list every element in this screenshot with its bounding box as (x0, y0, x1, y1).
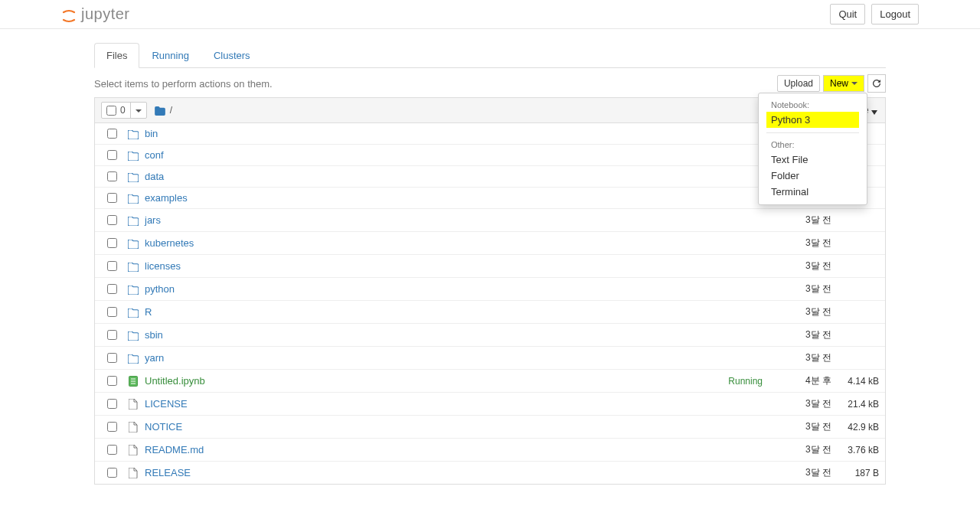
row-checkbox[interactable] (107, 215, 117, 225)
item-name-link[interactable]: NOTICE (145, 421, 769, 433)
folder-icon (128, 352, 139, 364)
tab-clusters[interactable]: Clusters (201, 43, 263, 68)
select-all-checkbox[interactable] (106, 106, 116, 116)
item-name-link[interactable]: examples (145, 192, 769, 204)
item-modified: 3달 전 (769, 305, 831, 318)
row-checkbox[interactable] (107, 376, 117, 386)
item-name-link[interactable]: README.md (145, 444, 769, 455)
refresh-button[interactable] (867, 74, 886, 93)
file-row: NOTICE3달 전42.9 kB (95, 415, 885, 438)
file-icon (128, 398, 139, 410)
item-size: 42.9 kB (831, 422, 879, 433)
item-name-link[interactable]: python (145, 283, 769, 295)
row-checkbox[interactable] (107, 353, 117, 363)
file-row: RELEASE3달 전187 B (95, 461, 885, 484)
item-name-link[interactable]: LICENSE (145, 398, 769, 410)
item-modified: 3달 전 (769, 282, 831, 295)
folder-icon (128, 329, 139, 341)
file-icon (128, 467, 139, 479)
folder-icon (128, 214, 139, 226)
tab-files[interactable]: Files (94, 43, 139, 68)
file-row: licenses3달 전 (95, 254, 885, 277)
file-row: python3달 전 (95, 277, 885, 300)
file-row: sbin3달 전 (95, 323, 885, 346)
refresh-icon (873, 79, 880, 88)
row-checkbox[interactable] (107, 422, 117, 432)
folder-icon (128, 192, 139, 204)
dropdown-item-folder[interactable]: Folder (759, 168, 867, 184)
file-row: yarn3달 전 (95, 346, 885, 369)
caret-down-icon (136, 109, 142, 113)
notebook-icon (128, 375, 139, 387)
row-checkbox[interactable] (107, 468, 117, 478)
item-name-link[interactable]: bin (145, 128, 769, 139)
jupyter-logo[interactable]: jupyter (61, 5, 130, 23)
row-checkbox[interactable] (107, 399, 117, 409)
folder-icon (128, 171, 139, 182)
row-checkbox[interactable] (107, 307, 117, 317)
tab-running[interactable]: Running (139, 43, 201, 68)
file-row: R3달 전 (95, 300, 885, 323)
select-caret[interactable] (130, 102, 146, 119)
item-name-link[interactable]: data (145, 171, 769, 182)
new-button[interactable]: New (823, 75, 864, 92)
item-name-link[interactable]: yarn (145, 352, 769, 364)
row-checkbox[interactable] (107, 261, 117, 271)
dropdown-header-notebook: Notebook: (759, 98, 867, 112)
dropdown-divider (766, 132, 859, 133)
row-checkbox[interactable] (107, 150, 117, 160)
item-modified: 3달 전 (769, 237, 831, 250)
item-modified: 3달 전 (769, 214, 831, 227)
breadcrumb-separator: / (170, 105, 172, 116)
item-name-link[interactable]: R (145, 306, 769, 318)
sort-arrow-icon (871, 105, 877, 116)
main-tabs: Files Running Clusters (94, 43, 886, 68)
file-row: LICENSE3달 전21.4 kB (95, 392, 885, 415)
item-modified: 3달 전 (769, 260, 831, 273)
breadcrumb-root-icon[interactable] (155, 104, 165, 116)
row-checkbox[interactable] (107, 445, 117, 455)
item-modified: 4분 후 (769, 374, 831, 387)
item-name-link[interactable]: licenses (145, 260, 769, 272)
file-icon (128, 444, 139, 456)
select-count: 0 (120, 105, 130, 116)
new-dropdown: Notebook: Python 3 Other: Text File Fold… (758, 93, 867, 205)
select-all-group[interactable]: 0 (101, 102, 147, 119)
file-row: README.md3달 전3.76 kB (95, 438, 885, 461)
folder-icon (128, 237, 139, 249)
item-modified: 3달 전 (769, 351, 831, 364)
item-modified: 3달 전 (769, 397, 831, 410)
dropdown-item-terminal[interactable]: Terminal (759, 184, 867, 200)
item-name-link[interactable]: conf (145, 149, 769, 161)
item-name-link[interactable]: jars (145, 214, 769, 226)
item-size: 21.4 kB (831, 399, 879, 410)
folder-icon (128, 149, 139, 161)
running-label: Running (728, 376, 763, 387)
item-name-link[interactable]: kubernetes (145, 237, 769, 249)
row-checkbox[interactable] (107, 238, 117, 248)
quit-button[interactable]: Quit (830, 4, 865, 24)
logout-button[interactable]: Logout (871, 4, 919, 24)
row-checkbox[interactable] (107, 284, 117, 294)
file-row: jars3달 전 (95, 208, 885, 231)
folder-icon (128, 306, 139, 318)
row-checkbox[interactable] (107, 193, 117, 203)
folder-icon (128, 260, 139, 272)
row-checkbox[interactable] (107, 330, 117, 340)
item-name-link[interactable]: RELEASE (145, 467, 769, 478)
item-size: 3.76 kB (831, 445, 879, 455)
item-name-link[interactable]: Untitled.ipynb (145, 375, 728, 387)
dropdown-item-textfile[interactable]: Text File (759, 152, 867, 168)
logo-text: jupyter (81, 5, 130, 23)
row-checkbox[interactable] (107, 171, 117, 181)
upload-button[interactable]: Upload (777, 75, 820, 92)
dropdown-header-other: Other: (759, 138, 867, 152)
caret-down-icon (851, 82, 858, 85)
dropdown-item-python3[interactable]: Python 3 (766, 112, 859, 128)
item-name-link[interactable]: sbin (145, 329, 769, 341)
item-modified: 3달 전 (769, 328, 831, 341)
new-button-label: New (830, 78, 848, 89)
row-checkbox[interactable] (107, 129, 117, 139)
jupyter-logo-icon (61, 7, 77, 22)
folder-icon (128, 283, 139, 295)
